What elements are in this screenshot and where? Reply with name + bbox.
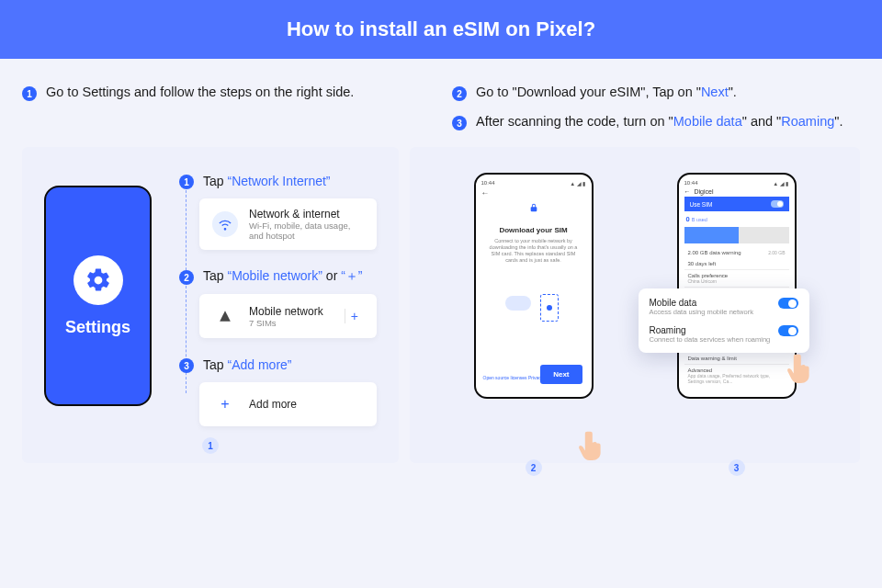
substep-2: 2 Tap “Mobile network” or “＋” Mobile net… bbox=[179, 268, 377, 338]
download-sim-sub: Connect to your mobile network by downlo… bbox=[489, 238, 579, 265]
calls-pref-row[interactable]: Calls preferenceChina Unicom bbox=[684, 270, 789, 287]
row-title: Add more bbox=[249, 398, 364, 411]
link-mobile-data: Mobile data bbox=[673, 114, 742, 129]
advanced-row[interactable]: AdvancedApp data usage, Preferred networ… bbox=[684, 365, 789, 387]
gear-icon bbox=[74, 255, 123, 305]
wifi-icon bbox=[212, 211, 238, 237]
step-number: 1 bbox=[22, 86, 37, 101]
settings-label: Settings bbox=[65, 318, 130, 337]
switch-icon bbox=[771, 200, 784, 208]
link-roaming: Roaming bbox=[781, 114, 834, 129]
data-warning-row: 2.00 GB data warning2.00 GB bbox=[684, 247, 789, 258]
sim-illustration bbox=[502, 292, 566, 338]
carrier-name: Digicel bbox=[695, 188, 714, 195]
row-network-internet[interactable]: Network & internet Wi-Fi, mobile, data u… bbox=[199, 198, 377, 250]
intro-step-1: 1 Go to Settings and follow the steps on… bbox=[22, 85, 430, 101]
lock-icon bbox=[481, 203, 586, 213]
phone-mock-download-sim: 10:44▲ ◢ ▮ ← Download your SIM Connect t… bbox=[474, 173, 594, 399]
intro-row: 1 Go to Settings and follow the steps on… bbox=[0, 59, 882, 147]
step-number: 3 bbox=[179, 358, 194, 373]
status-icons: ▲ ◢ ▮ bbox=[570, 180, 585, 187]
step-number: 1 bbox=[179, 175, 194, 189]
use-sim-toggle[interactable]: Use SIM bbox=[684, 197, 789, 211]
cards-row: Settings 1 Tap “Network Internet” Networ… bbox=[0, 147, 882, 485]
mobile-data-toggle[interactable]: Mobile dataAccess data using mobile netw… bbox=[650, 298, 798, 316]
card-settings-steps: Settings 1 Tap “Network Internet” Networ… bbox=[22, 147, 399, 463]
row-title: Network & internet bbox=[249, 208, 364, 220]
signal-icon bbox=[212, 303, 238, 329]
step-number: 2 bbox=[179, 270, 194, 285]
card-phones: 10:44▲ ◢ ▮ ← Download your SIM Connect t… bbox=[410, 147, 860, 463]
back-icon[interactable]: ← bbox=[481, 188, 586, 198]
data-usage-bar bbox=[684, 227, 789, 243]
roaming-toggle[interactable]: RoamingConnect to data services when roa… bbox=[650, 325, 798, 344]
back-icon[interactable]: ← bbox=[684, 188, 691, 195]
intro-step-2: 2 Go to "Download your eSIM", Tap on "Ne… bbox=[452, 85, 860, 101]
quoted-plus: “＋” bbox=[341, 268, 362, 283]
data-limit-row[interactable]: Data warning & limit bbox=[684, 353, 789, 364]
phone-mock-sim-settings: 10:44▲ ◢ ▮ ←Digicel Use SIM 0 B used 2.0… bbox=[677, 173, 797, 399]
intro-text: Go to Settings and follow the steps on t… bbox=[46, 85, 354, 99]
switch-icon bbox=[778, 298, 798, 309]
link-next: Next bbox=[701, 85, 729, 99]
intro-text: After scanning the code, turn on "Mobile… bbox=[476, 114, 842, 129]
substeps-column: 1 Tap “Network Internet” Network & inter… bbox=[179, 173, 377, 445]
toggles-overlay: Mobile dataAccess data using mobile netw… bbox=[639, 288, 809, 353]
quoted-term: “Network Internet” bbox=[227, 174, 330, 188]
figure-number: 1 bbox=[202, 437, 219, 454]
quoted-term: “Add more” bbox=[227, 357, 291, 372]
figure-number: 3 bbox=[729, 459, 745, 476]
intro-step-3: 3 After scanning the code, turn on "Mobi… bbox=[452, 114, 860, 130]
add-sim-button[interactable]: + bbox=[345, 309, 364, 323]
status-time: 10:44 bbox=[684, 180, 698, 187]
row-add-more[interactable]: + Add more bbox=[199, 382, 377, 426]
step-number: 2 bbox=[452, 86, 467, 101]
download-sim-title: Download your SIM bbox=[481, 226, 586, 234]
row-sub: Wi-Fi, mobile, data usage, and hotspot bbox=[249, 220, 364, 241]
page-header: How to install an eSIM on Pixel? bbox=[0, 0, 882, 59]
phone-mock-settings: Settings bbox=[44, 186, 152, 406]
status-time: 10:44 bbox=[481, 180, 495, 187]
row-mobile-network[interactable]: Mobile network 7 SIMs + bbox=[199, 294, 377, 338]
quoted-term: “Mobile network” bbox=[227, 268, 322, 283]
plus-icon: + bbox=[212, 391, 238, 417]
step-number: 3 bbox=[452, 116, 467, 130]
row-title: Mobile network bbox=[249, 305, 334, 318]
status-icons: ▲ ◢ ▮ bbox=[773, 180, 788, 187]
page-title: How to install an eSIM on Pixel? bbox=[287, 17, 595, 41]
days-left-row: 30 days left bbox=[684, 258, 789, 269]
substep-1: 1 Tap “Network Internet” Network & inter… bbox=[179, 173, 377, 250]
substep-3: 3 Tap “Add more” + Add more bbox=[179, 356, 377, 426]
tap-hand-icon bbox=[577, 426, 606, 465]
switch-icon bbox=[778, 325, 798, 336]
row-sub: 7 SIMs bbox=[249, 318, 334, 328]
intro-text: Go to "Download your eSIM", Tap on "Next… bbox=[476, 85, 737, 99]
next-button[interactable]: Next bbox=[540, 365, 582, 384]
figure-number: 2 bbox=[526, 459, 542, 476]
